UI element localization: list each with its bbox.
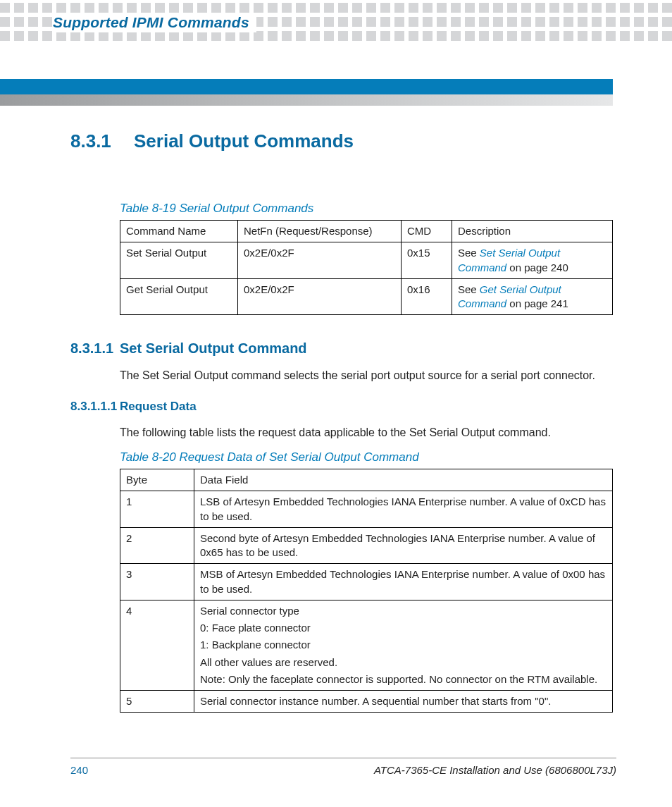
cell-command-name: Set Serial Output <box>120 242 238 279</box>
table-8-20: Byte Data Field 1LSB of Artesyn Embedded… <box>120 469 613 713</box>
cell-data-field: Second byte of Artesyn Embedded Technolo… <box>194 527 613 564</box>
cell-byte: 1 <box>120 491 194 528</box>
header-pattern: Supported IPMI Commands <box>0 0 672 56</box>
cell-byte: 2 <box>120 527 194 564</box>
cell-byte: 5 <box>120 691 194 713</box>
table-row: Get Serial Output0x2E/0x2F0x16See Get Se… <box>120 278 613 315</box>
cell-data-field: Serial connector type0: Face plate conne… <box>194 600 613 690</box>
page-footer: 240 ATCA-7365-CE Installation and Use (6… <box>70 758 616 776</box>
table-row: Set Serial Output0x2E/0x2F0x15See Set Se… <box>120 242 613 279</box>
table-row: 5Serial connector instance number. A seq… <box>120 691 613 713</box>
table-8-20-caption: Table 8-20 Request Data of Set Serial Ou… <box>120 450 616 464</box>
header-gray-bar <box>0 94 613 106</box>
cell-netfn: 0x2E/0x2F <box>238 278 402 315</box>
page-number: 240 <box>70 764 88 776</box>
table-header: Description <box>452 221 613 242</box>
table-row: 1LSB of Artesyn Embedded Technologies IA… <box>120 491 613 528</box>
cell-netfn: 0x2E/0x2F <box>238 242 402 279</box>
table-header: CMD <box>402 221 452 242</box>
cell-data-field: LSB of Artesyn Embedded Technologies IAN… <box>194 491 613 528</box>
cross-reference-link[interactable]: Set Serial Output Command <box>458 247 560 273</box>
heading-8-3-1-1: 8.3.1.1 Set Serial Output Command <box>70 340 616 357</box>
cell-byte: 3 <box>120 564 194 600</box>
table-header: Command Name <box>120 221 238 242</box>
table-header: NetFn (Request/Response) <box>238 221 402 242</box>
heading-8-3-1-1-1: 8.3.1.1.1 Request Data <box>70 400 616 414</box>
cell-command-name: Get Serial Output <box>120 278 238 315</box>
running-head: Supported IPMI Commands <box>53 14 249 30</box>
heading-title: Set Serial Output Command <box>120 340 307 357</box>
table-row: 3MSB of Artesyn Embedded Technologies IA… <box>120 564 613 600</box>
table-8-19-caption: Table 8-19 Serial Output Commands <box>120 202 616 216</box>
paragraph: The Set Serial Output command selects th… <box>120 368 616 383</box>
table-row: 2Second byte of Artesyn Embedded Technol… <box>120 527 613 564</box>
header-blue-bar <box>0 79 613 94</box>
document-id: ATCA-7365-CE Installation and Use (68068… <box>374 764 616 776</box>
cell-data-field: MSB of Artesyn Embedded Technologies IAN… <box>194 564 613 600</box>
page-content: 8.3.1 Serial Output Commands Table 8-19 … <box>70 130 616 713</box>
heading-8-3-1: 8.3.1 Serial Output Commands <box>70 130 616 152</box>
heading-title: Serial Output Commands <box>134 130 354 152</box>
paragraph: The following table lists the request da… <box>120 425 616 441</box>
cell-cmd: 0x16 <box>402 278 452 315</box>
table-row: 4Serial connector type0: Face plate conn… <box>120 600 613 690</box>
table-row: Byte Data Field <box>120 469 613 491</box>
table-row: Command Name NetFn (Request/Response) CM… <box>120 221 613 242</box>
table-8-19: Command Name NetFn (Request/Response) CM… <box>120 220 613 315</box>
cell-cmd: 0x15 <box>402 242 452 279</box>
cross-reference-link[interactable]: Get Serial Output Command <box>458 283 561 309</box>
heading-number: 8.3.1 <box>70 130 134 152</box>
table-header: Data Field <box>194 469 613 491</box>
cell-description: See Get Serial Output Command on page 24… <box>452 278 613 315</box>
cell-byte: 4 <box>120 600 194 690</box>
heading-title: Request Data <box>120 400 197 414</box>
cell-description: See Set Serial Output Command on page 24… <box>452 242 613 279</box>
table-header: Byte <box>120 469 194 491</box>
cell-data-field: Serial connector instance number. A sequ… <box>194 691 613 713</box>
